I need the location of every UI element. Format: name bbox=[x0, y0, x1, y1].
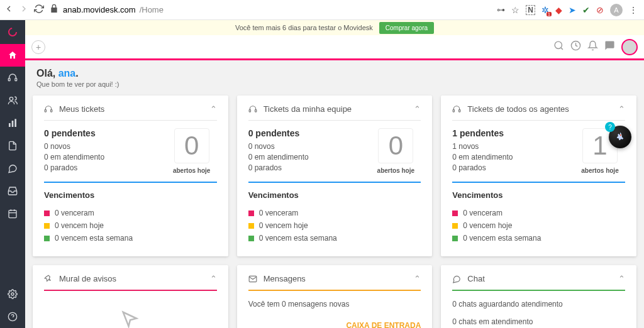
svg-rect-7 bbox=[9, 210, 16, 218]
svg-point-3 bbox=[9, 97, 13, 101]
card-title: Chat bbox=[467, 274, 484, 283]
venceram: 0 venceram bbox=[259, 209, 299, 217]
svg-rect-13 bbox=[51, 109, 52, 112]
ext-check-icon[interactable]: ✔ bbox=[582, 5, 590, 15]
svg-rect-16 bbox=[453, 109, 454, 112]
vencimentos-title: Vencimentos bbox=[248, 190, 421, 200]
parados: 0 parados bbox=[44, 163, 160, 172]
svg-rect-2 bbox=[15, 79, 17, 81]
parados: 0 parados bbox=[452, 163, 569, 172]
collapse-icon[interactable]: ⌃ bbox=[414, 104, 421, 114]
headset-icon bbox=[44, 105, 53, 114]
pendentes: 0 pendentes bbox=[44, 128, 160, 138]
nav-people[interactable] bbox=[0, 89, 25, 112]
status-dot-green bbox=[248, 236, 254, 241]
status-dot-yellow bbox=[44, 223, 50, 229]
ext-n-icon[interactable]: N bbox=[526, 5, 535, 15]
venceram: 0 venceram bbox=[55, 209, 94, 217]
greeting: Olá, ana. Que bom te ver por aqui! :) bbox=[33, 67, 636, 96]
vencimentos-title: Vencimentos bbox=[44, 190, 217, 200]
vencem-semana: 0 vencem esta semana bbox=[463, 234, 541, 243]
ext-diamond-icon[interactable]: ◆ bbox=[555, 5, 562, 15]
nav-chat[interactable] bbox=[0, 157, 25, 180]
card-mural: Mural de avisos⌃ bbox=[33, 265, 228, 328]
vencem-hoje: 0 vencem hoje bbox=[259, 221, 308, 230]
vencem-hoje: 0 vencem hoje bbox=[463, 221, 512, 230]
collapse-icon[interactable]: ⌃ bbox=[618, 104, 625, 114]
menu-icon[interactable]: ⋮ bbox=[629, 5, 638, 15]
key-icon[interactable]: ⊶ bbox=[497, 5, 505, 14]
ext-gear-icon[interactable]: ✲1 bbox=[541, 5, 549, 15]
extension-icons: ⊶ ☆ N ✲1 ◆ ➤ ✔ ⊘ A ⋮ bbox=[497, 4, 640, 16]
mensagens-body: Você tem 0 mensagens novas bbox=[248, 291, 421, 309]
open-today-label: abertos hoje bbox=[173, 167, 210, 174]
bell-icon[interactable] bbox=[587, 40, 598, 53]
nav-home[interactable] bbox=[0, 44, 25, 67]
forward-icon[interactable] bbox=[19, 4, 29, 16]
svg-rect-1 bbox=[8, 79, 10, 81]
nav-docs[interactable] bbox=[0, 134, 25, 157]
url-domain: anab.movidesk.com bbox=[63, 5, 136, 14]
ext-block-icon[interactable]: ⊘ bbox=[596, 5, 604, 15]
ext-arrow-icon[interactable]: ➤ bbox=[569, 5, 576, 15]
svg-rect-17 bbox=[459, 109, 460, 112]
status-dot-yellow bbox=[248, 223, 254, 229]
greeting-name: ana bbox=[58, 68, 76, 79]
lock-icon bbox=[49, 4, 59, 16]
svg-rect-6 bbox=[14, 119, 16, 127]
reload-icon[interactable] bbox=[34, 4, 44, 16]
card-title: Meus tickets bbox=[59, 104, 104, 114]
open-today-count: 0 bbox=[378, 128, 413, 163]
pendentes: 0 pendentes bbox=[248, 128, 365, 138]
collapse-icon[interactable]: ⌃ bbox=[210, 274, 217, 283]
mail-icon bbox=[248, 275, 257, 283]
star-icon[interactable]: ☆ bbox=[511, 5, 519, 15]
search-icon[interactable] bbox=[553, 40, 564, 53]
status-dot-red bbox=[452, 210, 458, 216]
pendentes: 1 pendentes bbox=[452, 128, 569, 138]
svg-rect-4 bbox=[9, 123, 11, 127]
history-icon[interactable] bbox=[570, 40, 581, 53]
novos: 0 novos bbox=[44, 142, 160, 151]
side-nav bbox=[0, 20, 25, 328]
collapse-icon[interactable]: ⌃ bbox=[414, 274, 421, 283]
card-title: Tickets de todos os agentes bbox=[467, 104, 569, 114]
nav-reports[interactable] bbox=[0, 112, 25, 134]
chat-icon bbox=[452, 275, 461, 283]
parados: 0 parados bbox=[248, 163, 365, 172]
chat-active: 0 chats em atendimento bbox=[452, 317, 625, 326]
promo-text: Você tem mais 6 dias para testar o Movid… bbox=[235, 24, 373, 31]
back-icon[interactable] bbox=[4, 4, 14, 16]
status-dot-yellow bbox=[452, 223, 458, 229]
card-all-tickets: Tickets de todos os agentes⌃ 1 pendentes… bbox=[441, 96, 636, 256]
nav-help[interactable] bbox=[0, 305, 25, 328]
em-atendimento: 0 em atendimento bbox=[44, 153, 160, 161]
collapse-icon[interactable]: ⌃ bbox=[618, 274, 625, 283]
nav-calendar[interactable] bbox=[0, 202, 25, 225]
card-mensagens: Mensagens⌃ Você tem 0 mensagens novas CA… bbox=[237, 265, 433, 328]
nav-settings[interactable] bbox=[0, 283, 25, 305]
add-button[interactable]: + bbox=[31, 40, 45, 54]
nav-support[interactable] bbox=[0, 67, 25, 89]
buy-now-button[interactable]: Comprar agora bbox=[379, 22, 434, 34]
inbox-link[interactable]: CAIXA DE ENTRADA bbox=[248, 321, 421, 328]
status-dot-green bbox=[452, 236, 458, 241]
svg-rect-5 bbox=[12, 121, 14, 127]
help-rocket-widget[interactable] bbox=[609, 126, 631, 148]
em-atendimento: 0 em atendimento bbox=[452, 153, 569, 161]
profile-badge[interactable]: A bbox=[610, 4, 623, 16]
vencem-semana: 0 vencem esta semana bbox=[55, 234, 133, 243]
user-avatar[interactable] bbox=[621, 39, 638, 55]
card-title: Tickets da minha equipe bbox=[264, 104, 352, 114]
svg-rect-12 bbox=[45, 109, 46, 112]
promo-banner: Você tem mais 6 dias para testar o Movid… bbox=[25, 20, 644, 35]
nav-inbox[interactable] bbox=[0, 180, 25, 202]
collapse-icon[interactable]: ⌃ bbox=[210, 104, 217, 114]
novos: 1 novos bbox=[452, 142, 569, 151]
chat-waiting: 0 chats aguardando atendimento bbox=[452, 300, 625, 309]
app-logo[interactable] bbox=[0, 20, 25, 44]
vencem-hoje: 0 vencem hoje bbox=[55, 221, 104, 230]
messages-icon[interactable] bbox=[604, 40, 615, 53]
card-my-tickets: Meus tickets⌃ 0 pendentes 0 novos 0 em a… bbox=[33, 96, 228, 256]
address-bar[interactable]: anab.movidesk.com/Home bbox=[49, 4, 492, 16]
